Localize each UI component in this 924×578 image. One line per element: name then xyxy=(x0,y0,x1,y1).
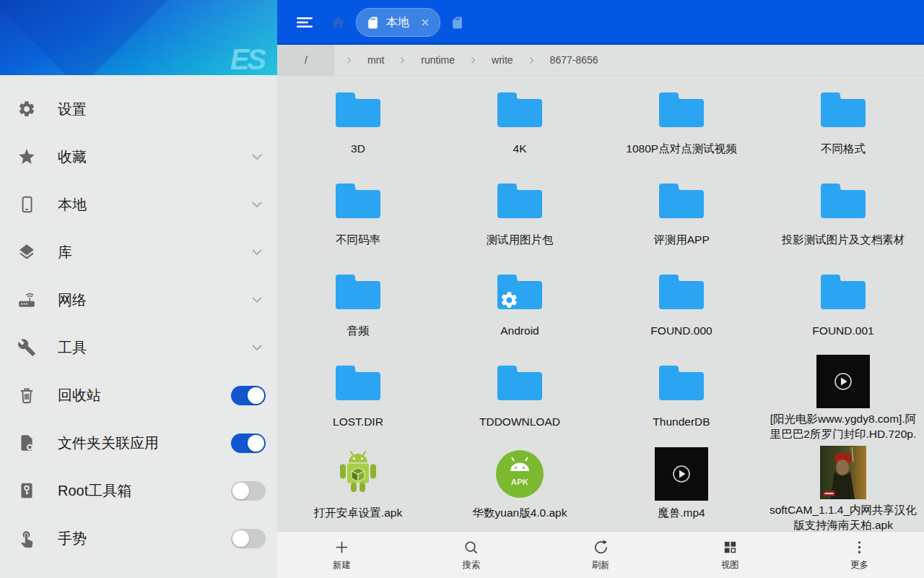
apk-badge-icon: APK xyxy=(494,449,545,499)
file-item[interactable]: LOST.DIR xyxy=(277,350,439,441)
file-label: 打开安卓设置.apk xyxy=(314,506,402,521)
file-item[interactable]: APK华数yuan版4.0.apk xyxy=(439,441,601,531)
file-thumbnail: APK xyxy=(494,446,545,502)
file-label: 华数yuan版4.0.apk xyxy=(473,506,567,521)
file-label: 投影测试图片及文档素材 xyxy=(782,233,905,248)
breadcrumb-segment[interactable]: write xyxy=(487,45,518,75)
file-item[interactable]: 打开安卓设置.apk xyxy=(277,441,439,531)
breadcrumb-segment[interactable]: runtime xyxy=(417,45,459,75)
file-thumbnail xyxy=(657,82,706,138)
file-thumbnail xyxy=(334,173,383,229)
toolbar-label: 更多 xyxy=(850,559,868,571)
menu-button[interactable] xyxy=(296,14,315,30)
home-icon xyxy=(331,15,346,30)
view-button[interactable]: 视图 xyxy=(666,532,795,578)
tab-label: 本地 xyxy=(386,15,411,30)
file-thumbnail xyxy=(334,355,383,411)
more-button[interactable]: 更多 xyxy=(795,532,924,578)
folder-icon xyxy=(657,90,706,130)
tab-local[interactable]: 本地 xyxy=(356,8,440,37)
router-icon xyxy=(16,289,38,311)
sidebar-item-label: 工具 xyxy=(58,338,248,358)
file-item[interactable]: 3D xyxy=(277,77,439,168)
toggle-switch[interactable] xyxy=(231,434,266,453)
file-item[interactable]: 魔兽.mp4 xyxy=(601,441,762,531)
chevron-down-icon xyxy=(248,196,266,213)
file-item[interactable]: 不同格式 xyxy=(762,77,924,168)
sidebar-item-network[interactable]: 网络 xyxy=(0,276,277,324)
file-item[interactable]: Android xyxy=(439,259,601,350)
file-item[interactable]: 音频 xyxy=(277,259,439,350)
sidebar-item-folder-app-association[interactable]: 文件夹关联应用 xyxy=(0,419,277,467)
file-item[interactable]: 1080P点对点测试视频 xyxy=(601,77,762,168)
file-thumbnail xyxy=(657,264,706,320)
close-icon xyxy=(420,17,430,27)
file-label: FOUND.001 xyxy=(812,324,873,339)
close-tab-button[interactable] xyxy=(420,17,430,27)
toggle-knob xyxy=(232,530,249,547)
file-item[interactable]: TDDOWNLOAD xyxy=(439,350,601,441)
sidebar-item-local[interactable]: 本地 xyxy=(0,181,277,228)
file-thumbnail xyxy=(819,264,868,320)
svg-text:APK: APK xyxy=(511,478,529,486)
sidebar-item-root-toolbox[interactable]: Root工具箱 xyxy=(0,467,277,514)
file-thumbnail xyxy=(495,355,544,411)
file-label: FOUND.000 xyxy=(650,324,712,339)
file-item[interactable]: 测试用图片包 xyxy=(439,168,601,259)
chevron-down-icon xyxy=(248,339,266,356)
sidebar-item-gestures[interactable]: 手势 xyxy=(0,514,277,562)
folder-icon xyxy=(334,363,383,403)
sidebar-item-tools[interactable]: 工具 xyxy=(0,324,277,371)
sidebar-item-settings[interactable]: 设置 xyxy=(0,85,277,133)
sidebar-item-label: 文件夹关联应用 xyxy=(58,434,231,453)
video-thumbnail xyxy=(655,447,708,501)
file-thumbnail xyxy=(334,264,383,320)
chevron-down-icon xyxy=(248,148,266,165)
breadcrumb-segment[interactable]: mnt xyxy=(363,45,388,75)
breadcrumb-segment[interactable]: / xyxy=(277,45,335,75)
file-label: 测试用图片包 xyxy=(487,233,554,248)
bottom-toolbar: 新建搜索刷新视图更多 xyxy=(277,531,924,578)
toggle-switch[interactable] xyxy=(231,529,266,548)
file-thumbnail xyxy=(657,355,706,411)
sidebar-item-library[interactable]: 库 xyxy=(0,228,277,276)
file-item[interactable]: [阳光电影www.ygdy8.com].阿里巴巴2所罗门封印.HD.720p. xyxy=(762,350,924,441)
folder-gear-icon xyxy=(495,272,544,312)
toggle-switch[interactable] xyxy=(231,481,266,501)
file-item[interactable]: 评测用APP xyxy=(601,168,762,259)
file-thumbnail xyxy=(495,82,544,138)
gesture-icon xyxy=(16,527,38,549)
smartphone-icon xyxy=(16,194,38,215)
new-button[interactable]: 新建 xyxy=(277,532,406,578)
file-thumbnail xyxy=(819,82,868,138)
file-label: softCAM_1.1.4_内网共享汉化版支持海南天柏.apk xyxy=(765,503,921,531)
refresh-button[interactable]: 刷新 xyxy=(536,532,665,578)
toggle-knob xyxy=(232,483,249,499)
file-thumbnail xyxy=(819,173,868,229)
file-item[interactable]: softCAM_1.1.4_内网共享汉化版支持海南天柏.apk xyxy=(762,441,924,531)
folder-icon xyxy=(334,90,383,130)
file-thumbnail xyxy=(334,82,383,138)
file-item[interactable]: 4K xyxy=(439,77,601,168)
file-grid[interactable]: 3D4K1080P点对点测试视频不同格式不同码率测试用图片包评测用APP投影测试… xyxy=(277,76,924,531)
breadcrumb-segment[interactable]: 8677-8656 xyxy=(546,45,603,75)
search-icon xyxy=(463,539,479,556)
toggle-switch[interactable] xyxy=(231,386,266,405)
file-item[interactable]: FOUND.001 xyxy=(762,259,924,350)
folder-icon xyxy=(334,181,383,221)
sidebar-item-recycle-bin[interactable]: 回收站 xyxy=(0,371,277,419)
folder-icon xyxy=(819,181,868,221)
sidebar-item-label: 收藏 xyxy=(58,147,248,167)
sidebar-item-favorites[interactable]: 收藏 xyxy=(0,133,277,181)
file-item[interactable]: 不同码率 xyxy=(277,168,439,259)
file-item[interactable]: FOUND.000 xyxy=(601,259,762,350)
file-item[interactable]: ThunderDB xyxy=(601,350,762,441)
main-panel: 本地 /mntruntimewrite8677-8656 3D4K1080P点对… xyxy=(277,0,924,578)
file-item[interactable]: 投影测试图片及文档素材 xyxy=(762,168,924,259)
layers-icon xyxy=(16,241,38,263)
home-button[interactable] xyxy=(331,15,346,30)
sidebar-item-label: 回收站 xyxy=(58,386,231,405)
search-button[interactable]: 搜索 xyxy=(406,532,536,578)
new-window-button[interactable] xyxy=(450,16,464,30)
file-label: ThunderDB xyxy=(653,415,710,430)
